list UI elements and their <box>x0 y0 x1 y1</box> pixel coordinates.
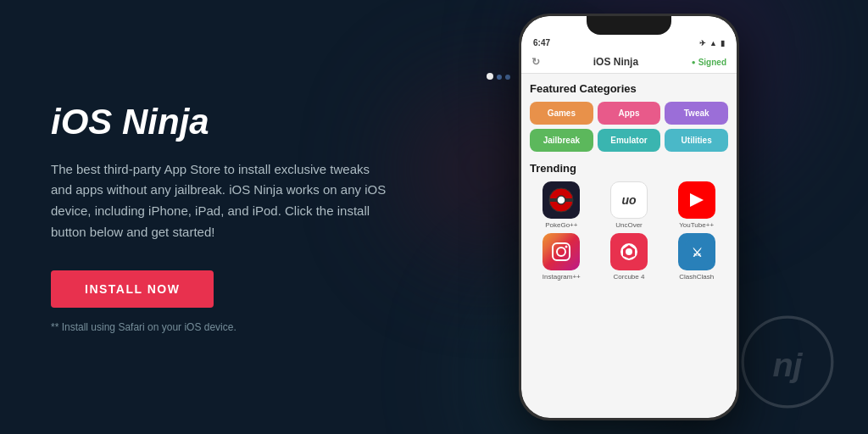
uncover-text: uo <box>621 193 636 207</box>
phone-screen: 6:47 ✈ ▲ ▮ ↻ iOS Ninja Signed Featured C… <box>521 16 737 418</box>
main-container: iOS Ninja The best third-party App Store… <box>0 0 868 434</box>
clash-name: ClashClash <box>679 273 714 281</box>
list-item[interactable]: ⚔ ClashClash <box>665 233 728 281</box>
instagram-icon <box>542 233 580 270</box>
trending-title: Trending <box>530 162 728 175</box>
featured-title: Featured Categories <box>530 82 728 95</box>
corcube-icon <box>610 233 648 270</box>
battery-icon: ▮ <box>721 39 725 47</box>
corcube-name: Corcube 4 <box>614 273 645 281</box>
uncover-icon: uo <box>610 181 648 219</box>
safari-note: ** Install using Safari on your iOS devi… <box>51 321 441 333</box>
category-games[interactable]: Games <box>530 102 593 125</box>
phone-mockup: 6:47 ✈ ▲ ▮ ↻ iOS Ninja Signed Featured C… <box>519 14 739 420</box>
left-content: iOS Ninja The best third-party App Store… <box>51 102 441 333</box>
svg-point-6 <box>559 198 564 203</box>
list-item[interactable]: YouTube++ <box>665 181 728 229</box>
status-time: 6:47 <box>533 38 550 47</box>
install-now-button[interactable]: INSTALL NOW <box>51 270 214 308</box>
list-item[interactable]: Instagram++ <box>530 233 593 281</box>
category-utilities[interactable]: Utilities <box>665 129 728 152</box>
app-title: iOS Ninja <box>51 102 441 142</box>
trending-section: Trending <box>530 162 728 281</box>
airplane-icon: ✈ <box>699 39 706 47</box>
list-item[interactable]: uo UncOver <box>598 181 661 229</box>
yt-play-icon <box>690 193 704 207</box>
category-tweak[interactable]: Tweak <box>665 102 728 125</box>
svg-text:⚔: ⚔ <box>691 246 702 259</box>
category-jailbreak[interactable]: Jailbreak <box>530 129 593 152</box>
category-apps[interactable]: Apps <box>598 102 661 125</box>
youtube-name: YouTube++ <box>679 221 714 229</box>
category-emulator[interactable]: Emulator <box>598 129 661 152</box>
nav-title: iOS Ninja <box>593 56 638 68</box>
instagram-name: Instagram++ <box>542 273 581 281</box>
svg-point-13 <box>626 248 632 255</box>
pokego-name: PokeGo++ <box>545 221 577 229</box>
app-nav-bar: ↻ iOS Ninja Signed <box>521 51 737 74</box>
youtube-icon <box>678 181 715 219</box>
status-icons: ✈ ▲ ▮ <box>699 39 725 47</box>
wifi-icon: ▲ <box>709 39 717 47</box>
svg-point-10 <box>565 246 568 248</box>
clash-icon: ⚔ <box>678 233 715 270</box>
refresh-icon[interactable]: ↻ <box>531 56 540 68</box>
trending-grid: PokeGo++ uo UncOver <box>530 181 728 281</box>
phone-notch <box>587 16 671 35</box>
pokego-icon <box>542 181 580 219</box>
list-item[interactable]: Corcube 4 <box>598 233 661 281</box>
app-description: The best third-party App Store to instal… <box>51 159 390 243</box>
screen-content: Featured Categories Games Apps Tweak Jai… <box>521 74 737 289</box>
phone-container: 6:47 ✈ ▲ ▮ ↻ iOS Ninja Signed Featured C… <box>441 14 817 420</box>
uncover-name: UncOver <box>615 221 643 229</box>
signed-badge: Signed <box>692 58 726 67</box>
category-grid: Games Apps Tweak Jailbreak Emulator Util… <box>530 102 728 152</box>
list-item[interactable]: PokeGo++ <box>530 181 593 229</box>
svg-point-9 <box>557 248 565 256</box>
